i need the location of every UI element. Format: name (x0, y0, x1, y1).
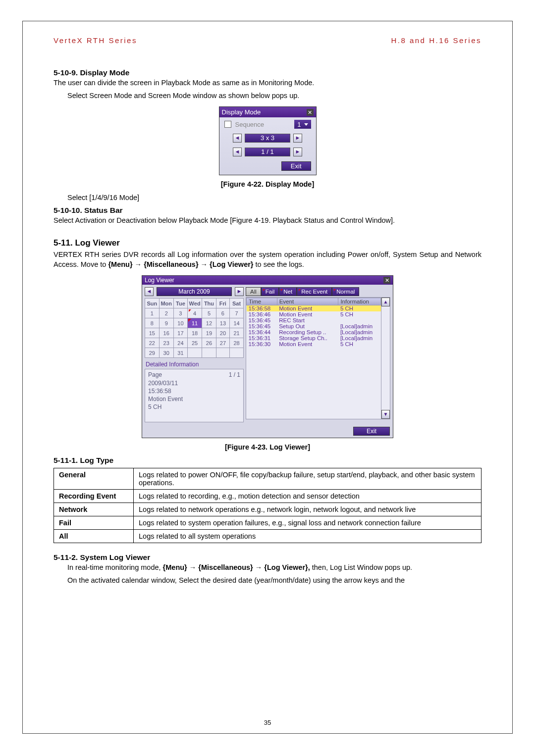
calendar-dow: Sun (145, 299, 160, 308)
calendar-day[interactable]: 1 (145, 308, 160, 318)
log-list-row[interactable]: 15:36:45Setup Out[Local]admin (247, 323, 381, 329)
display-mode-desc-1: The user can divide the screen in Playba… (54, 78, 482, 88)
calendar-day[interactable] (202, 348, 216, 358)
detail-line: 2009/03/11 (148, 379, 240, 387)
display-mode-dialog: Display Mode ✕ Sequence 1 ◄ 3 x 3 ► (219, 106, 317, 175)
grid-prev-button[interactable]: ◄ (233, 134, 242, 143)
detail-line: 15:36:58 (148, 387, 240, 395)
log-tab[interactable]: Net (279, 287, 297, 296)
header-right: H.8 and H.16 Series (391, 36, 482, 45)
month-prev-button[interactable]: ◄ (145, 287, 154, 296)
calendar-day[interactable]: 12 (202, 318, 216, 328)
section-heading-status-bar: 5-10-10. Status Bar (54, 206, 482, 215)
detail-page-value: 1 / 1 (229, 371, 240, 379)
calendar-day[interactable]: 5 (202, 308, 216, 318)
log-list-row[interactable]: 15:36:46Motion Event5 CH (247, 311, 381, 317)
log-list-row[interactable]: 15:36:31Storage Setup Ch..[Local]admin (247, 335, 381, 341)
calendar-day[interactable]: 24 (173, 338, 187, 348)
calendar-day[interactable]: 8 (145, 318, 160, 328)
sequence-value: 1 (297, 121, 301, 128)
log-list-scrollbar[interactable]: ▲ ▼ (381, 298, 390, 419)
display-mode-desc-2: Select Screen Mode and Screen Mode windo… (54, 91, 482, 101)
calendar-day[interactable]: 21 (230, 328, 244, 338)
calendar-day[interactable]: 3 (173, 308, 187, 318)
calendar-day[interactable]: 16 (159, 328, 173, 338)
calendar-day[interactable]: 9 (159, 318, 173, 328)
log-tabs: AllFailNetRec EventNormal (246, 287, 390, 296)
sequence-checkbox[interactable] (224, 121, 231, 128)
page-next-button[interactable]: ► (293, 148, 302, 156)
calendar-day[interactable] (216, 348, 229, 358)
log-tab[interactable]: Normal (332, 287, 359, 296)
log-type-label: Recording Event (54, 490, 134, 503)
log-list: TimeEventInformation 15:36:58Motion Even… (246, 297, 390, 419)
scroll-down-icon[interactable]: ▼ (381, 410, 390, 419)
status-bar-desc: Select Activation or Deactivation below … (54, 216, 482, 226)
page-value: 1 / 1 (245, 148, 290, 156)
log-tab[interactable]: Rec Event (297, 287, 332, 296)
log-type-desc: Logs related to network operations e.g.,… (134, 503, 482, 516)
calendar-day[interactable]: 31 (173, 348, 187, 358)
log-type-desc: Logs related to system operation failure… (134, 516, 482, 530)
grid-next-button[interactable]: ► (293, 134, 302, 143)
sequence-dropdown[interactable]: 1 (294, 120, 311, 129)
calendar-day[interactable]: 26 (202, 338, 216, 348)
calendar-day[interactable]: 13 (216, 318, 229, 328)
calendar[interactable]: SunMonTueWedThuFriSat 123456789101112131… (145, 298, 244, 358)
calendar-day[interactable]: 27 (216, 338, 229, 348)
calendar-day[interactable]: 28 (230, 338, 244, 348)
page-prev-button[interactable]: ◄ (233, 148, 242, 156)
log-tab[interactable]: All (246, 287, 261, 296)
close-icon[interactable]: ✕ (383, 277, 390, 284)
calendar-day[interactable]: 14 (230, 318, 244, 328)
section-heading-system-log-viewer: 5-11-2. System Log Viewer (54, 553, 482, 562)
calendar-day[interactable]: 7 (230, 308, 244, 318)
display-mode-title: Display Mode (222, 108, 261, 116)
calendar-day[interactable]: 2 (159, 308, 173, 318)
calendar-day[interactable]: 20 (216, 328, 229, 338)
log-type-row: GeneralLogs related to power ON/OFF, fil… (54, 468, 482, 490)
calendar-day[interactable]: 18 (188, 328, 202, 338)
calendar-day[interactable] (230, 348, 244, 358)
calendar-dow: Wed (188, 299, 202, 308)
calendar-day[interactable]: 25 (188, 338, 202, 348)
system-log-desc-1: In real-time monitoring mode, {Menu} → {… (54, 563, 482, 573)
log-list-row[interactable]: 15:36:45REC Start (247, 317, 381, 323)
log-type-label: All (54, 530, 134, 543)
scroll-up-icon[interactable]: ▲ (381, 298, 390, 306)
log-list-row[interactable]: 15:36:30Motion Event5 CH (247, 341, 381, 347)
log-type-label: Fail (54, 516, 134, 530)
detail-page-label: Page (148, 371, 162, 379)
calendar-day[interactable]: 17 (173, 328, 187, 338)
log-viewer-desc: VERTEX RTH series DVR records all Log in… (54, 250, 482, 269)
log-tab[interactable]: Fail (261, 287, 279, 296)
calendar-day[interactable]: 4 (188, 308, 202, 318)
log-list-row[interactable]: 15:36:44Recording Setup ..[Local]admin (247, 329, 381, 335)
month-next-button[interactable]: ► (235, 287, 244, 296)
display-mode-exit-button[interactable]: Exit (281, 161, 311, 171)
calendar-day[interactable]: 29 (145, 348, 160, 358)
page-number: 35 (23, 719, 512, 726)
calendar-day[interactable]: 22 (145, 338, 160, 348)
log-type-label: General (54, 468, 134, 490)
sequence-label: Sequence (235, 121, 265, 128)
calendar-day[interactable]: 10 (173, 318, 187, 328)
close-icon[interactable]: ✕ (307, 109, 314, 116)
log-type-desc: Logs related to recording, e.g., motion … (134, 490, 482, 503)
calendar-day[interactable] (188, 348, 202, 358)
calendar-day[interactable]: 30 (159, 348, 173, 358)
calendar-day[interactable]: 23 (159, 338, 173, 348)
calendar-day[interactable]: 6 (216, 308, 229, 318)
log-type-row: NetworkLogs related to network operation… (54, 503, 482, 516)
log-type-label: Network (54, 503, 134, 516)
detail-box: Page 1 / 1 2009/03/1115:36:58Motion Even… (145, 369, 244, 422)
log-list-header: Information (338, 298, 381, 305)
section-heading-log-type: 5-11-1. Log Type (54, 456, 482, 465)
calendar-dow: Thu (202, 299, 216, 308)
calendar-dow: Sat (230, 299, 244, 308)
log-viewer-exit-button[interactable]: Exit (353, 427, 390, 436)
calendar-day[interactable]: 19 (202, 328, 216, 338)
calendar-day[interactable]: 11 (188, 318, 202, 328)
calendar-day[interactable]: 15 (145, 328, 160, 338)
log-list-row[interactable]: 15:36:58Motion Event5 CH (247, 305, 381, 312)
